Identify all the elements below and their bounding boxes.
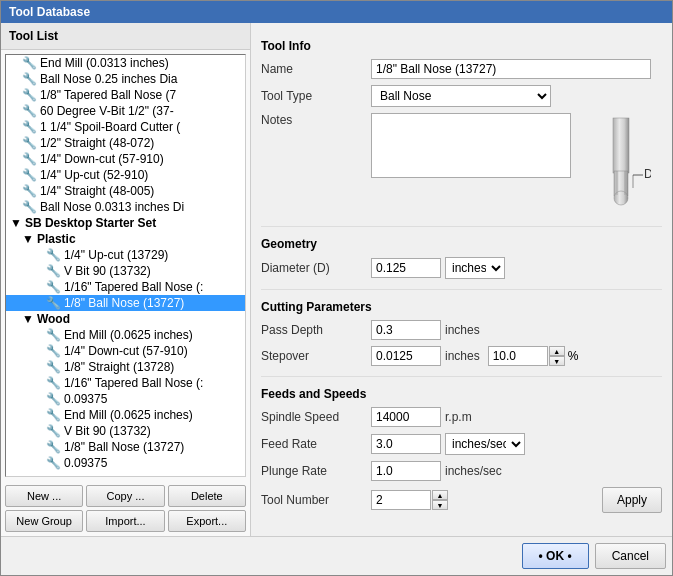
tree-item[interactable]: 🔧1/16" Tapered Ball Nose (: — [6, 375, 245, 391]
tool-number-label: Tool Number — [261, 493, 371, 507]
stepover-row: Stepover inches ▲ ▼ % — [261, 346, 662, 366]
tree-item[interactable]: 🔧1/4" Down-cut (57-910) — [6, 343, 245, 359]
window-title: Tool Database — [9, 5, 90, 19]
export-button[interactable]: Export... — [168, 510, 246, 532]
delete-button[interactable]: Delete — [168, 485, 246, 507]
diameter-label: Diameter (D) — [261, 261, 371, 275]
tree-item[interactable]: 🔧0.09375 — [6, 391, 245, 407]
pass-depth-input[interactable] — [371, 320, 441, 340]
titlebar: Tool Database — [1, 1, 672, 23]
tree-item[interactable]: 🔧End Mill (0.0625 inches) — [6, 407, 245, 423]
feed-rate-input[interactable] — [371, 434, 441, 454]
ok-button[interactable]: • OK • — [522, 543, 589, 569]
tree-item[interactable]: 🔧1/8" Straight (13728) — [6, 359, 245, 375]
feeds-speeds-header: Feeds and Speeds — [261, 387, 662, 401]
tree-item[interactable]: 🔧0.09375 — [6, 455, 245, 471]
tool-image-container: D — [591, 113, 651, 216]
stepover-label: Stepover — [261, 349, 371, 363]
pass-depth-unit: inches — [445, 323, 480, 337]
tree-item[interactable]: ▼Plastic — [6, 231, 245, 247]
tree-item[interactable]: 🔧60 Degree V-Bit 1/2" (37- — [6, 103, 245, 119]
tree-item[interactable]: 🔧Ball Nose 0.0313 inches Di — [6, 199, 245, 215]
stepover-pct-up[interactable]: ▲ — [549, 346, 565, 356]
right-panel: Tool Info Name Tool Type Ball Nose End M… — [251, 23, 672, 536]
tree-item[interactable]: 🔧V Bit 90 (13732) — [6, 263, 245, 279]
tool-number-down[interactable]: ▼ — [432, 500, 448, 510]
cutting-params-header: Cutting Parameters — [261, 300, 662, 314]
tree-item[interactable]: 🔧End Mill (0.0625 inches) — [6, 327, 245, 343]
spindle-speed-label: Spindle Speed — [261, 410, 371, 424]
tool-number-row: Tool Number ▲ ▼ Apply — [261, 487, 662, 513]
svg-rect-0 — [613, 118, 629, 173]
tool-tree[interactable]: 🔧End Mill (0.0313 inches)🔧Ball Nose 0.25… — [5, 54, 246, 477]
tool-number-spinbox: ▲ ▼ — [432, 490, 448, 510]
plunge-rate-unit: inches/sec — [445, 464, 502, 478]
tree-item[interactable]: 🔧V Bit 90 (13732) — [6, 423, 245, 439]
stepover-unit: inches — [445, 349, 480, 363]
notes-row: Notes — [261, 113, 662, 216]
tree-item[interactable]: 🔧End Mill (0.0313 inches) — [6, 55, 245, 71]
tree-item[interactable]: ▼SB Desktop Starter Set — [6, 215, 245, 231]
pass-depth-label: Pass Depth — [261, 323, 371, 337]
svg-text:D: D — [644, 167, 651, 181]
tool-number-input[interactable] — [371, 490, 431, 510]
diameter-row: Diameter (D) inches mm — [261, 257, 662, 279]
apply-button[interactable]: Apply — [602, 487, 662, 513]
diameter-input[interactable] — [371, 258, 441, 278]
spindle-unit: r.p.m — [445, 410, 472, 424]
tree-item[interactable]: 🔧1/4" Down-cut (57-910) — [6, 151, 245, 167]
tool-type-label: Tool Type — [261, 89, 371, 103]
tree-item[interactable]: 🔧1/16" Tapered Ball Nose (: — [6, 279, 245, 295]
name-row: Name — [261, 59, 662, 79]
name-input[interactable] — [371, 59, 651, 79]
notes-textarea[interactable] — [371, 113, 571, 178]
plunge-rate-input[interactable] — [371, 461, 441, 481]
tool-list-header: Tool List — [1, 23, 250, 50]
svg-point-2 — [614, 191, 628, 205]
tree-item[interactable]: 🔧1 1/4" Spoil-Board Cutter ( — [6, 119, 245, 135]
cancel-button[interactable]: Cancel — [595, 543, 666, 569]
tree-item[interactable]: 🔧1/8" Ball Nose (13727) — [6, 295, 245, 311]
diameter-unit-select[interactable]: inches mm — [445, 257, 505, 279]
tool-info-header: Tool Info — [261, 39, 662, 53]
tree-item[interactable]: 🔧1/8" Tapered Ball Nose (7 — [6, 87, 245, 103]
new-group-button[interactable]: New Group — [5, 510, 83, 532]
stepover-pct-spinbox: ▲ ▼ — [549, 346, 565, 366]
name-label: Name — [261, 62, 371, 76]
tree-item[interactable]: 🔧1/4" Straight (48-005) — [6, 183, 245, 199]
tool-type-select[interactable]: Ball Nose End Mill V-Bit Straight — [371, 85, 551, 107]
tool-database-window: Tool Database Tool List 🔧End Mill (0.031… — [0, 0, 673, 576]
left-button-group: New ... Copy ... Delete New Group Import… — [1, 481, 250, 536]
tree-item[interactable]: ▼Wood — [6, 311, 245, 327]
feed-rate-label: Feed Rate — [261, 437, 371, 451]
feed-rate-row: Feed Rate inches/sec mm/sec — [261, 433, 662, 455]
tree-item[interactable]: 🔧Ball Nose 0.25 inches Dia — [6, 71, 245, 87]
tool-image: D — [591, 113, 651, 213]
tool-number-up[interactable]: ▲ — [432, 490, 448, 500]
bottom-button-bar: • OK • Cancel — [1, 536, 672, 575]
copy-button[interactable]: Copy ... — [86, 485, 164, 507]
geometry-header: Geometry — [261, 237, 662, 251]
tool-type-row: Tool Type Ball Nose End Mill V-Bit Strai… — [261, 85, 662, 107]
import-button[interactable]: Import... — [86, 510, 164, 532]
plunge-rate-row: Plunge Rate inches/sec — [261, 461, 662, 481]
stepover-pct-input[interactable] — [488, 346, 548, 366]
new-button[interactable]: New ... — [5, 485, 83, 507]
stepover-pct-down[interactable]: ▼ — [549, 356, 565, 366]
pct-symbol: % — [568, 349, 579, 363]
feed-rate-unit-select[interactable]: inches/sec mm/sec — [445, 433, 525, 455]
pass-depth-row: Pass Depth inches — [261, 320, 662, 340]
spindle-speed-input[interactable] — [371, 407, 441, 427]
tree-item[interactable]: 🔧1/2" Straight (48-072) — [6, 135, 245, 151]
spindle-speed-row: Spindle Speed r.p.m — [261, 407, 662, 427]
stepover-input[interactable] — [371, 346, 441, 366]
tree-item[interactable]: 🔧1/4" Up-cut (52-910) — [6, 167, 245, 183]
tree-item[interactable]: 🔧1/4" Up-cut (13729) — [6, 247, 245, 263]
tree-item[interactable]: 🔧1/8" Ball Nose (13727) — [6, 439, 245, 455]
notes-label: Notes — [261, 113, 371, 127]
left-panel: Tool List 🔧End Mill (0.0313 inches)🔧Ball… — [1, 23, 251, 536]
plunge-rate-label: Plunge Rate — [261, 464, 371, 478]
